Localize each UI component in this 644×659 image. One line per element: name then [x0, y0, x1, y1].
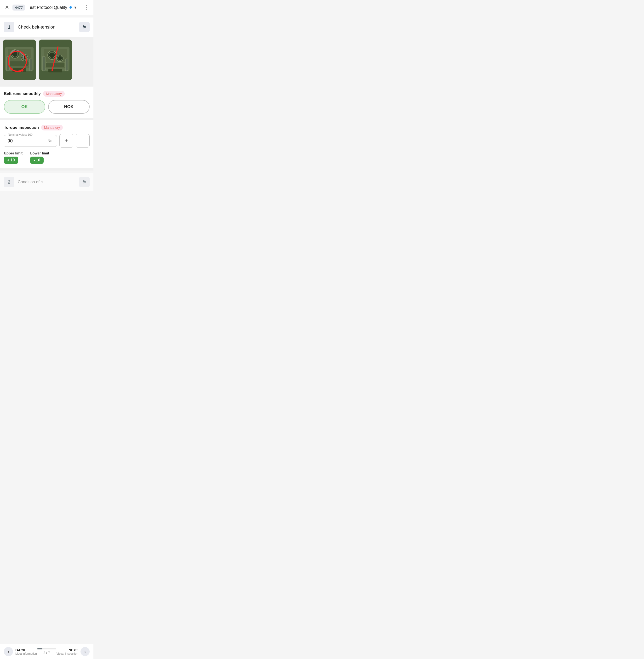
- svg-rect-20: [46, 62, 65, 67]
- progress-text: 2 / 7: [43, 651, 50, 655]
- back-sublabel: Meta Information: [15, 652, 37, 655]
- belt-mandatory-badge: Mandatory: [43, 91, 65, 97]
- footer-nav: ‹ BACK Meta Information 2 / 7 NEXT Visua…: [0, 644, 93, 659]
- torque-field-label: Torque inspection: [4, 125, 39, 130]
- svg-rect-10: [29, 59, 32, 71]
- lower-limit-label: Lower limit: [30, 151, 49, 155]
- flag-icon: ⚑: [82, 24, 87, 30]
- upper-limit-label: Upper limit: [4, 151, 23, 155]
- engine-image-1[interactable]: [3, 40, 36, 80]
- nok-button[interactable]: NOK: [48, 100, 90, 114]
- next-button-group[interactable]: NEXT Visual Inspection ›: [56, 647, 90, 656]
- next-label-group: NEXT Visual Inspection: [56, 648, 78, 655]
- task-id-badge: 4477: [13, 4, 25, 10]
- step-number-badge: 1: [4, 22, 14, 32]
- torque-input-wrap: Nominal value: 100 90 Nm: [4, 135, 57, 147]
- step-title: Check belt-tension: [18, 24, 79, 30]
- back-button-group[interactable]: ‹ BACK Meta Information: [4, 647, 37, 656]
- limits-row: Upper limit + 10 Lower limit - 10: [4, 151, 90, 164]
- chevron-down-icon[interactable]: ▾: [74, 5, 76, 10]
- torque-section: Torque inspection Mandatory Nominal valu…: [0, 120, 93, 168]
- section-separator-2: [0, 118, 93, 120]
- section-separator-3: [0, 168, 93, 171]
- torque-field-row: Torque inspection Mandatory: [4, 125, 90, 130]
- section-separator-1: [0, 84, 93, 87]
- next-step-flag: ⚑: [79, 177, 90, 187]
- back-circle-icon[interactable]: ‹: [4, 647, 13, 656]
- progress-indicator: 2 / 7: [37, 649, 56, 655]
- belt-field-row: Belt runs smoothly Mandatory: [4, 91, 90, 97]
- step1-header: 1 Check belt-tension ⚑: [0, 18, 93, 37]
- bottom-spacer: [0, 191, 93, 210]
- torque-unit: Nm: [47, 139, 53, 143]
- belt-field-section: Belt runs smoothly Mandatory OK NOK: [0, 87, 93, 118]
- svg-rect-22: [42, 57, 45, 71]
- next-sublabel: Visual Inspection: [56, 652, 78, 655]
- engine-image-2[interactable]: [39, 40, 72, 80]
- torque-value[interactable]: 90: [7, 138, 13, 144]
- torque-mandatory-badge: Mandatory: [41, 125, 63, 130]
- next-step-flag-icon: ⚑: [82, 179, 87, 185]
- next-step-number: 2: [4, 177, 14, 187]
- upper-limit-badge: + 10: [4, 157, 18, 164]
- header-left: ✕ 4477 Test Protocol Quality ▾: [4, 3, 76, 12]
- header: ✕ 4477 Test Protocol Quality ▾ ⋮: [0, 0, 93, 15]
- back-label-group: BACK Meta Information: [15, 648, 37, 655]
- ok-button[interactable]: OK: [4, 100, 45, 114]
- progress-bar-fill: [37, 649, 42, 650]
- svg-rect-23: [65, 59, 68, 71]
- progress-bar: [37, 649, 56, 650]
- torque-plus-button[interactable]: +: [60, 134, 73, 148]
- step1-section: 1 Check belt-tension ⚑: [0, 18, 93, 84]
- svg-point-19: [58, 56, 62, 61]
- torque-value-row: 90 Nm: [7, 138, 53, 144]
- more-button[interactable]: ⋮: [84, 4, 90, 10]
- torque-nominal-label: Nominal value: 100: [7, 133, 33, 136]
- back-label: BACK: [15, 648, 37, 652]
- svg-point-17: [49, 52, 55, 58]
- next-circle-icon[interactable]: ›: [80, 647, 90, 656]
- status-dot: [69, 6, 72, 9]
- next-step-title: Condition of c...: [18, 180, 46, 184]
- lower-limit-group: Lower limit - 10: [30, 151, 49, 164]
- belt-field-label: Belt runs smoothly: [4, 91, 41, 96]
- next-label: NEXT: [56, 648, 78, 652]
- close-button[interactable]: ✕: [4, 3, 10, 12]
- flag-button[interactable]: ⚑: [79, 22, 90, 32]
- next-step-preview: 2 Condition of c... ⚑: [0, 173, 93, 191]
- images-area: [0, 37, 93, 84]
- header-title: Test Protocol Quality: [27, 5, 67, 10]
- torque-minus-button[interactable]: -: [76, 134, 90, 148]
- svg-rect-21: [48, 69, 62, 72]
- torque-input-row: Nominal value: 100 90 Nm + -: [4, 134, 90, 148]
- ok-nok-row: OK NOK: [4, 100, 90, 114]
- lower-limit-badge: - 10: [30, 157, 44, 164]
- upper-limit-group: Upper limit + 10: [4, 151, 23, 164]
